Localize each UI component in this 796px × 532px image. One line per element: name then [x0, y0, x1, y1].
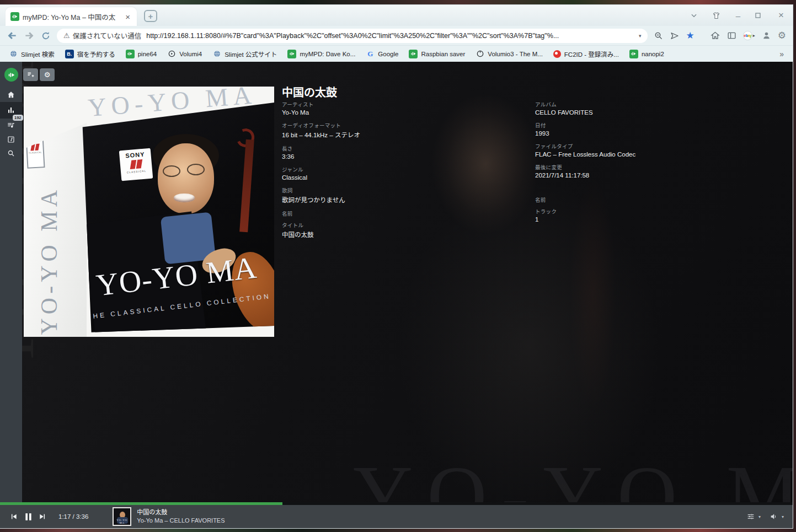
bookmarks-overflow-icon[interactable]: » [779, 50, 784, 58]
mympd-icon [409, 50, 418, 58]
send-page-icon[interactable] [670, 31, 680, 41]
bookmark-item[interactable]: nanopi2 [629, 50, 664, 58]
playback-options-icon[interactable] [746, 512, 755, 521]
field-audioformat: オーディオフォーマット16 bit – 44.1kHz – ステレオ [282, 121, 525, 139]
album-art-spine-title: YO-YO MA [36, 186, 62, 335]
field-name: 名前 [282, 209, 525, 217]
bookmark-item[interactable]: Slimjet 検索 [9, 50, 55, 58]
ebay-shopping-icon[interactable]: ebay ▸ [743, 31, 755, 40]
settings-gear-icon[interactable]: ⚙ [778, 30, 786, 41]
address-bar[interactable]: ⚠ 保護されていない通信 http://192.168.1.11:8080/#%… [57, 29, 648, 43]
next-track-button[interactable] [36, 513, 49, 520]
tab-close-icon[interactable]: × [124, 12, 132, 22]
mympd-app: YO-YO MA YO-YO MA 192 [0, 62, 793, 528]
back-button[interactable] [7, 30, 18, 41]
song-fields-left: アーティストYo-Yo Ma オーディオフォーマット16 bit – 44.1k… [282, 100, 525, 244]
bookmark-item[interactable]: B. 宿を予約する [65, 50, 115, 58]
now-playing-artist-album: Yo-Yo Ma – CELLO FAVORITES [137, 517, 225, 525]
bookmark-item[interactable]: Raspbian saver [409, 50, 465, 58]
minimize-button[interactable]: – [733, 11, 743, 20]
fc2-icon [553, 50, 561, 58]
bookmarks-bar: Slimjet 検索 B. 宿を予約する pine64 Volumi4 Slim… [0, 45, 793, 62]
browser-window: myMPD: Yo-Yo Ma – 中国の太 × + – × [0, 5, 793, 528]
bookmark-item[interactable]: Volumi4 [167, 50, 202, 58]
field-lastmodified: 最後に変更2021/7/14 11:17:58 [535, 163, 756, 179]
skin-tshirt-icon[interactable] [712, 11, 722, 20]
globe-icon [212, 50, 221, 58]
queue-count-badge: 192 [13, 115, 23, 121]
previous-track-button[interactable] [8, 513, 20, 520]
new-tab-button[interactable]: + [144, 10, 157, 22]
field-artist: アーティストYo-Yo Ma [282, 100, 525, 116]
time-display: 1:17 / 3:36 [58, 513, 88, 520]
settings-button[interactable]: ⚙ [40, 68, 55, 81]
globe-icon [9, 50, 18, 58]
field-genre: ジャンルClassical [282, 165, 525, 181]
bookmark-item[interactable]: myMPD: Dave Ko... [287, 50, 355, 58]
warning-icon: ⚠ [63, 31, 70, 40]
bookmark-item[interactable]: FC2ID - 登録済み... [553, 50, 619, 58]
google-icon: G [366, 50, 375, 58]
url-dropdown-icon[interactable]: ▾ [639, 33, 642, 39]
pause-button[interactable] [20, 512, 36, 522]
sony-classical-logo: SONY CLASSICAL [26, 136, 45, 169]
volumio-icon [167, 50, 176, 58]
mympd-icon [287, 50, 296, 58]
security-text: 保護されていない通信 [73, 30, 142, 41]
desktop: myMPD: Yo-Yo Ma – 中国の太 × + – × [0, 0, 796, 532]
song-fields-right: アルバムCELLO FAVORITES 日付1993 ファイルタイプFLAC –… [535, 100, 756, 228]
field-date: 日付1993 [535, 121, 756, 137]
mympd-icon [126, 50, 135, 58]
song-title: 中国の太鼓 [282, 84, 337, 100]
maximize-button[interactable] [755, 12, 765, 19]
field-track: トラック1 [535, 207, 756, 223]
volume-icon[interactable] [770, 512, 778, 521]
titlebar: myMPD: Yo-Yo Ma – 中国の太 × + – × [0, 5, 793, 26]
tab-title: myMPD: Yo-Yo Ma – 中国の太 [23, 12, 120, 22]
album-art-spine: SONY CLASSICAL YO-YO MA [24, 121, 87, 337]
window-menu-icon[interactable] [690, 12, 700, 19]
sony-classical-logo: SONY CLASSICAL [119, 148, 153, 181]
volumio-icon [476, 50, 484, 58]
now-playing-thumbnail[interactable]: YO-YO MA [113, 507, 131, 526]
field-lyrics: 歌詞歌詞が見つかりません [282, 186, 525, 204]
close-button[interactable]: × [776, 10, 786, 21]
bookmark-item[interactable]: Volumio3 - The M... [476, 50, 543, 58]
bookmark-item[interactable]: pine64 [126, 50, 157, 58]
field-name: 名前 [535, 196, 756, 203]
volume-caret-icon[interactable]: ▾ [782, 514, 784, 519]
url-text[interactable]: http://192.168.1.11:8080/#%7B"card"%3A"P… [146, 32, 637, 40]
album-art: YO-YO MA THE CLASSICAL CELLO COLLECTION … [24, 87, 274, 337]
side-panel-icon[interactable] [726, 30, 737, 41]
add-to-queue-button[interactable] [23, 68, 38, 81]
options-caret-icon[interactable]: ▾ [758, 514, 761, 519]
glasses-icon [163, 165, 180, 177]
browser-tab[interactable]: myMPD: Yo-Yo Ma – 中国の太 × [6, 7, 137, 26]
nav-search[interactable] [0, 145, 22, 162]
now-playing-info[interactable]: 中国の太鼓 Yo-Yo Ma – CELLO FAVORITES [137, 508, 225, 525]
mympd-logo-icon[interactable] [4, 68, 18, 82]
field-album: アルバムCELLO FAVORITES [535, 100, 756, 116]
mympd-icon [629, 50, 638, 58]
home-button[interactable] [710, 30, 720, 41]
zoom-icon[interactable] [654, 31, 664, 41]
mympd-favicon-icon [10, 12, 19, 21]
nav-home[interactable] [0, 87, 22, 103]
browser-toolbar: ⚠ 保護されていない通信 http://192.168.1.11:8080/#%… [0, 26, 793, 45]
profile-icon[interactable] [761, 30, 772, 41]
field-duration: 長さ3:36 [282, 144, 525, 160]
bookmark-item[interactable]: G Google [366, 50, 398, 58]
reload-button[interactable] [41, 31, 51, 41]
cello-neck [239, 139, 254, 233]
bookmark-item[interactable]: Slimjet 公式サイト [212, 50, 277, 58]
portrait-face [158, 143, 214, 214]
player-bar: 1:17 / 3:36 YO-YO MA 中国の太鼓 Yo-Yo Ma – CE… [0, 505, 793, 528]
field-filetype: ファイルタイプFLAC – Free Lossless Audio Codec [535, 142, 756, 158]
bookmark-star-icon[interactable]: ★ [686, 30, 694, 41]
portrait-smile [174, 194, 195, 202]
glasses-icon [187, 164, 205, 175]
field-title: タイトル中国の太鼓 [282, 221, 525, 239]
booking-icon: B. [65, 50, 74, 58]
forward-button[interactable] [24, 30, 35, 41]
security-chip[interactable]: ⚠ 保護されていない通信 [63, 30, 141, 41]
